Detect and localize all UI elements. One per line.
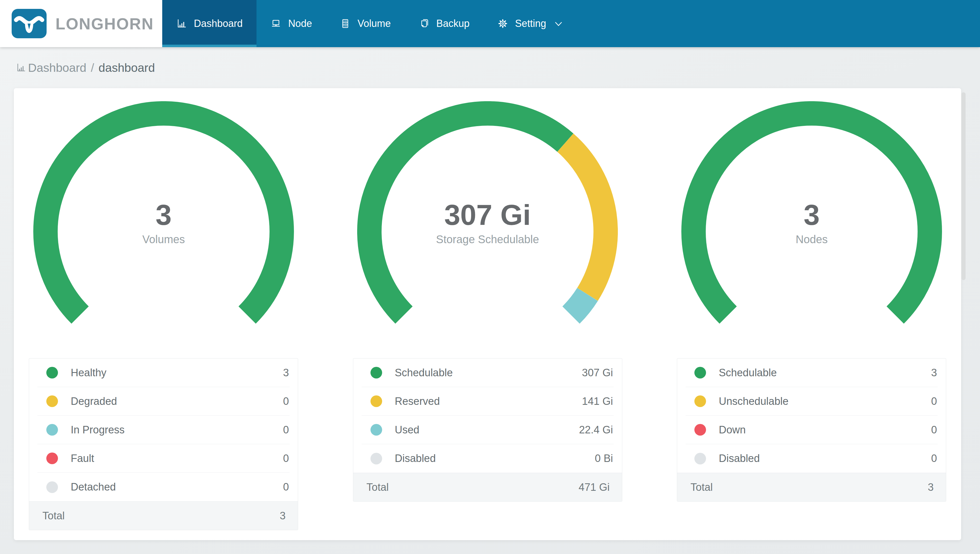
legend-value: 141 Gi (582, 395, 613, 408)
legend-row: Schedulable 3 (686, 358, 937, 387)
gauge-value: 307 Gi (444, 199, 531, 231)
legend-value: 0 (283, 481, 289, 493)
legend-value: 0 (283, 424, 289, 436)
legend-row: Disabled 0 (686, 444, 937, 473)
breadcrumb: Dashboard / dashboard (0, 47, 980, 88)
breadcrumb-current-page: dashboard (99, 61, 155, 75)
status-dot (46, 481, 58, 493)
storage-legend-table: Schedulable 307 Gi Reserved 141 Gi Used … (353, 358, 622, 501)
volumes-gauge-chart: 3 Volumes (33, 101, 294, 326)
legend-label: Schedulable (395, 367, 582, 379)
main-nav: Dashboard Node Volu (162, 0, 577, 47)
gauge-segment (565, 143, 606, 295)
status-dot (46, 395, 58, 407)
gauge-segment (571, 295, 588, 315)
legend-label: Disabled (719, 452, 931, 465)
nav-tab-volume[interactable]: Volume (326, 0, 404, 47)
nodes-gauge-chart: 3 Nodes (681, 101, 942, 326)
legend-label: Detached (71, 481, 283, 493)
legend-label: Used (395, 424, 579, 436)
status-dot (371, 395, 382, 407)
laptop-icon (270, 18, 282, 29)
legend-label: Fault (71, 452, 283, 465)
nodes-legend-table: Schedulable 3 Unschedulable 0 Down 0 (677, 358, 946, 501)
dashboard-card: 3 Volumes Healthy 3 Degraded 0 (14, 88, 961, 540)
brand: LONGHORN (0, 0, 162, 47)
status-dot (694, 453, 706, 465)
volumes-panel: 3 Volumes Healthy 3 Degraded 0 (29, 101, 298, 540)
nav-label: Backup (436, 18, 469, 29)
nav-tab-dashboard[interactable]: Dashboard (162, 0, 256, 47)
server-icon (340, 18, 351, 29)
legend-total-row: Total 471 Gi (353, 473, 622, 501)
top-navbar: LONGHORN Dashboard Node (0, 0, 980, 47)
legend-row: Reserved 141 Gi (362, 387, 614, 416)
gauge-label: Volumes (142, 233, 185, 245)
status-dot (46, 452, 58, 464)
gauge-value: 3 (156, 199, 172, 231)
chevron-down-icon (554, 19, 563, 28)
nodes-panel: 3 Nodes Schedulable 3 Unschedulable 0 (677, 101, 946, 540)
nav-tab-backup[interactable]: Backup (404, 0, 484, 47)
nav-tab-node[interactable]: Node (256, 0, 326, 47)
breadcrumb-separator: / (91, 61, 94, 75)
volumes-legend-table: Healthy 3 Degraded 0 In Progress 0 (29, 358, 298, 530)
legend-label: Reserved (395, 395, 582, 408)
legend-row: Unschedulable 0 (686, 387, 937, 416)
status-dot (46, 367, 58, 379)
nav-tab-setting[interactable]: Setting (484, 0, 577, 47)
status-dot (694, 367, 706, 379)
legend-value: 0 Bi (595, 452, 613, 465)
legend-value: 0 (931, 395, 937, 408)
legend-label: Degraded (71, 395, 283, 408)
breadcrumb-section-link[interactable]: Dashboard (28, 61, 86, 75)
storage-panel: 307 Gi Storage Schedulable Schedulable 3… (353, 101, 622, 540)
total-label: Total (367, 481, 389, 493)
legend-value: 3 (931, 367, 937, 379)
legend-row: Schedulable 307 Gi (362, 358, 614, 387)
total-label: Total (43, 510, 65, 522)
legend-total-row: Total 3 (29, 501, 298, 530)
legend-value: 3 (283, 367, 289, 379)
nav-label: Volume (358, 18, 391, 29)
brand-name: LONGHORN (56, 14, 154, 33)
legend-label: Healthy (71, 367, 283, 379)
legend-value: 0 (283, 452, 289, 465)
nav-label: Setting (515, 18, 546, 29)
legend-row: Down 0 (686, 416, 937, 444)
legend-label: Unschedulable (719, 395, 931, 408)
total-value: 471 Gi (579, 481, 610, 493)
legend-value: 0 (283, 395, 289, 408)
legend-total-row: Total 3 (677, 473, 946, 501)
legend-row: Healthy 3 (37, 358, 290, 387)
gauge-label: Nodes (795, 233, 828, 245)
status-dot (694, 424, 706, 436)
legend-row: Degraded 0 (37, 387, 290, 416)
total-value: 3 (280, 510, 286, 522)
total-label: Total (690, 481, 713, 493)
nav-label: Dashboard (194, 18, 243, 29)
legend-label: In Progress (71, 424, 283, 436)
legend-label: Down (719, 424, 931, 436)
longhorn-logo-icon (12, 9, 46, 38)
status-dot (371, 424, 382, 436)
legend-label: Schedulable (719, 367, 931, 379)
status-dot (694, 395, 706, 407)
gauge-label: Storage Schedulable (436, 233, 539, 245)
legend-row: In Progress 0 (37, 416, 290, 444)
legend-label: Disabled (395, 452, 595, 465)
status-dot (371, 453, 382, 465)
legend-row: Fault 0 (37, 444, 290, 473)
nav-label: Node (288, 18, 312, 29)
legend-row: Detached 0 (37, 473, 290, 501)
legend-row: Used 22.4 Gi (362, 416, 614, 444)
status-dot (371, 367, 382, 379)
legend-value: 22.4 Gi (579, 424, 613, 436)
legend-row: Disabled 0 Bi (362, 444, 614, 473)
scrollbar-thumb[interactable] (961, 92, 966, 280)
gear-icon (497, 18, 508, 29)
copy-icon (418, 18, 430, 29)
total-value: 3 (928, 481, 934, 493)
legend-value: 307 Gi (582, 367, 613, 379)
bar-chart-icon (176, 18, 187, 29)
